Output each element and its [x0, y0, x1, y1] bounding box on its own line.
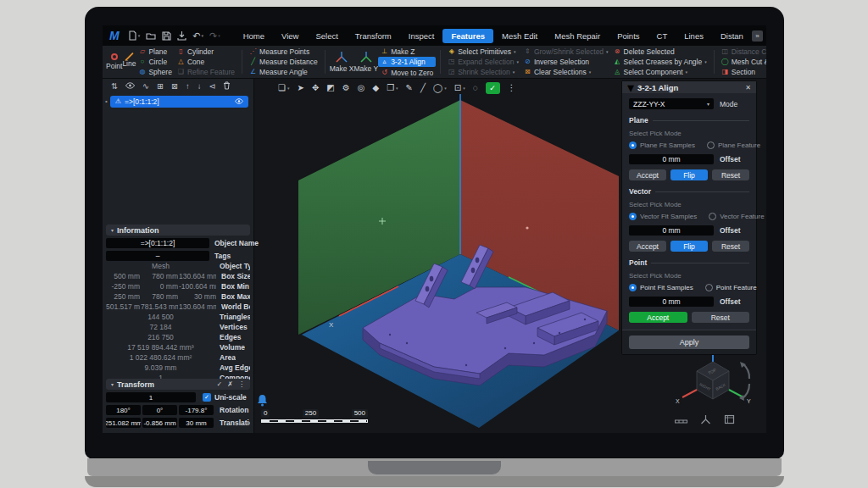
transform-cancel-icon[interactable]: ✗	[227, 380, 233, 388]
item-visibility-eye-icon[interactable]	[235, 97, 243, 106]
point-fit-samples-radio[interactable]	[629, 284, 637, 291]
plane-fit-samples-radio[interactable]	[629, 141, 637, 149]
move-to-zero-button[interactable]: ↺Move to Zero	[378, 68, 436, 77]
tab-features[interactable]: Features	[442, 29, 493, 43]
lasso-select-button[interactable]: ◯▾	[433, 84, 447, 92]
tab-overflow-button[interactable]: »	[752, 30, 763, 42]
viewport-more-button[interactable]: ⋮	[508, 84, 516, 92]
align-321-button[interactable]: ▵3-2-1 Align	[378, 57, 436, 67]
line-tool-button[interactable]: Line	[122, 56, 136, 68]
vector-flip-button[interactable]: Flip	[670, 241, 708, 252]
tab-select[interactable]: Select	[307, 29, 346, 43]
confirm-selection-button[interactable]: ✓	[486, 82, 500, 94]
make-z-button[interactable]: ⊥Make Z	[378, 47, 436, 56]
circle-tool-button[interactable]: ○Circle	[136, 58, 174, 67]
transform-header[interactable]: ▾ Transform ✓ ✗ ⋮	[106, 379, 250, 390]
fill-tool-button[interactable]: ◆	[372, 84, 379, 92]
measure-distance-button[interactable]: ╱Measure Distance	[247, 58, 320, 67]
clear-selections-button[interactable]: ⊠Clear Selections▾	[521, 68, 611, 77]
plane-tool-button[interactable]: ▱Plane	[136, 47, 174, 57]
align-panel-header[interactable]: ▾ 3-2-1 Align ✕	[622, 81, 756, 93]
make-x-button[interactable]: Make X	[330, 51, 354, 73]
save-button[interactable]	[162, 31, 171, 41]
shade-tool-button[interactable]: ◩	[326, 84, 334, 92]
tab-home[interactable]: Home	[235, 29, 273, 43]
axes-toggle-icon[interactable]	[700, 413, 711, 428]
rotation-y-field[interactable]: 0°	[142, 405, 177, 415]
translation-z-field[interactable]: 30 mm	[179, 418, 214, 428]
apply-button[interactable]: Apply	[629, 336, 749, 349]
tab-inspect[interactable]: Inspect	[400, 29, 443, 43]
curve-filter-icon[interactable]: ∿	[142, 82, 149, 91]
translation-y-field[interactable]: -0.856 mm	[142, 418, 177, 428]
object-name-field[interactable]: =>[0:1:1:2]	[106, 238, 209, 248]
grid-view-icon[interactable]: ⊞	[157, 82, 164, 91]
vector-feature-radio[interactable]	[709, 213, 716, 220]
rotation-x-field[interactable]: 180°	[106, 405, 141, 415]
grid-off-icon[interactable]: ⊠	[171, 82, 178, 91]
section-button[interactable]: ◨Section	[719, 68, 766, 77]
information-header[interactable]: ▾ Information	[106, 225, 250, 236]
box-select-button[interactable]: ⊡▾	[454, 84, 465, 92]
ruler-toggle-icon[interactable]	[675, 413, 687, 428]
tab-mesh-repair[interactable]: Mesh Repair	[546, 29, 609, 43]
select-component-button[interactable]: ◬Select Component▾	[611, 68, 709, 77]
point-accept-button[interactable]: Accept	[629, 312, 687, 323]
tab-distance[interactable]: Distan	[712, 29, 752, 43]
notification-bell-icon[interactable]	[257, 394, 268, 410]
move-down-icon[interactable]: ↓	[198, 82, 202, 91]
plane-offset-field[interactable]: 0 mm	[629, 154, 714, 164]
move-up-icon[interactable]: ↑	[186, 82, 190, 91]
tab-mesh-edit[interactable]: Mesh Edit	[493, 29, 546, 43]
vector-offset-field[interactable]: 0 mm	[629, 225, 714, 236]
tab-lines[interactable]: Lines	[676, 29, 712, 43]
tab-points[interactable]: Points	[609, 29, 648, 43]
uniscale-field[interactable]: 1	[106, 392, 196, 402]
circle-select-button[interactable]: ◌	[473, 84, 478, 92]
tab-view[interactable]: View	[273, 29, 307, 43]
uniscale-checkbox[interactable]: ✓	[203, 393, 211, 402]
distance-compare-button[interactable]: ◫Distance Compare	[719, 47, 766, 57]
vector-fit-samples-radio[interactable]	[629, 213, 637, 220]
bounding-box-toggle-icon[interactable]	[724, 413, 735, 428]
flip-icon[interactable]: ⊲	[209, 82, 215, 91]
point-offset-field[interactable]: 0 mm	[629, 297, 714, 307]
expand-selection-button[interactable]: ◳Expand Selection▾	[445, 58, 521, 67]
select-creases-button[interactable]: ◭Select Creases by Angle▾	[611, 58, 709, 67]
plane-feature-radio[interactable]	[707, 141, 715, 149]
cylinder-tool-button[interactable]: ▯Cylinder	[175, 47, 237, 57]
make-y-button[interactable]: Make Y	[353, 51, 378, 73]
new-file-button[interactable]: ▾	[128, 30, 141, 41]
translation-x-field[interactable]: 251.082 mm	[106, 418, 141, 428]
cursor-tool-button[interactable]: ➤	[297, 84, 303, 92]
orbit-tool-button[interactable]: ◎	[358, 84, 365, 92]
sort-icon[interactable]: ⇅	[111, 82, 118, 91]
move-tool-button[interactable]: ✥	[312, 84, 319, 92]
measure-angle-button[interactable]: ∠Measure Angle	[247, 68, 320, 77]
frame-select-button[interactable]: ❏▾	[278, 84, 289, 92]
import-button[interactable]	[177, 30, 186, 41]
plane-accept-button[interactable]: Accept	[629, 169, 666, 180]
point-feature-radio[interactable]	[705, 284, 713, 291]
duplicate-button[interactable]: ❐▾	[387, 84, 398, 92]
undo-button[interactable]: ↶ ▾	[192, 31, 203, 41]
plane-flip-button[interactable]: Flip	[670, 169, 708, 180]
grow-shrink-button[interactable]: ⇕Grow/Shrink Selected▾	[521, 47, 611, 57]
vector-accept-button[interactable]: Accept	[629, 241, 666, 252]
select-primitives-button[interactable]: ◈Select Primitives▾	[445, 47, 521, 57]
brush-select-button[interactable]: ✎	[406, 84, 413, 92]
transform-apply-icon[interactable]: ✓	[217, 380, 223, 388]
rotation-z-field[interactable]: -179.8°	[179, 405, 214, 415]
shrink-selection-button[interactable]: ◲Shrink Selection▾	[445, 68, 521, 77]
cone-tool-button[interactable]: △Cone	[175, 58, 237, 67]
redo-button[interactable]: ↷ ▾	[209, 31, 220, 41]
trash-icon[interactable]	[223, 81, 231, 92]
mode-select[interactable]: ZZZ-YY-X ▾	[629, 98, 714, 109]
tree-item-selected[interactable]: ⚠ =>[0:1:1:2]	[110, 96, 248, 108]
refine-feature-button[interactable]: ❏Refine Feature	[175, 68, 237, 77]
transform-menu-icon[interactable]: ⋮	[238, 380, 245, 388]
vector-reset-button[interactable]: Reset	[712, 241, 749, 252]
sphere-tool-button[interactable]: ◍Sphere	[136, 68, 174, 77]
tags-field[interactable]: –	[106, 251, 209, 261]
mesh-cut-measure-button[interactable]: ◯Mesh Cut & Measure	[719, 58, 766, 67]
